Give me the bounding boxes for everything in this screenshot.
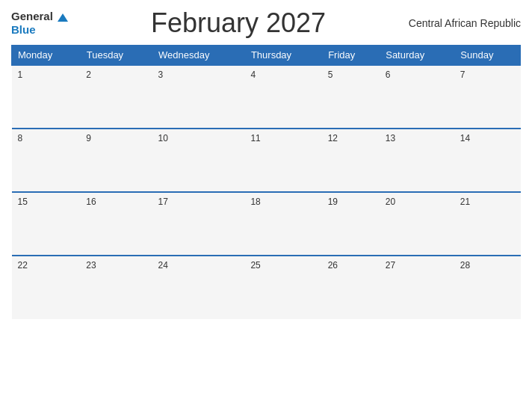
- col-friday: Friday: [322, 46, 380, 66]
- calendar-cell: 10: [152, 129, 245, 192]
- day-number: 24: [158, 260, 168, 271]
- day-number: 4: [250, 69, 256, 80]
- day-number: 1: [18, 69, 23, 80]
- day-number: 27: [386, 260, 395, 271]
- calendar-cell: 25: [244, 256, 321, 319]
- day-number: 14: [460, 133, 470, 143]
- calendar-table: Monday Tuesday Wednesday Thursday Friday…: [11, 45, 521, 319]
- calendar-week-row: 891011121314: [12, 129, 521, 192]
- day-number: 22: [18, 260, 28, 271]
- col-tuesday: Tuesday: [80, 46, 152, 66]
- day-number: 18: [250, 197, 260, 207]
- day-number: 2: [86, 69, 91, 80]
- calendar-cell: 24: [152, 256, 245, 319]
- calendar-cell: 3: [152, 65, 245, 129]
- calendar-cell: 16: [80, 192, 152, 256]
- calendar-cell: 17: [152, 192, 245, 256]
- calendar-body: 1234567891011121314151617181920212223242…: [12, 65, 521, 319]
- days-header-row: Monday Tuesday Wednesday Thursday Friday…: [12, 46, 521, 66]
- calendar-cell: 14: [454, 129, 521, 192]
- day-number: 12: [328, 133, 338, 143]
- country-name: Central African Republic: [409, 17, 521, 29]
- calendar-cell: 26: [322, 256, 380, 319]
- col-wednesday: Wednesday: [152, 46, 245, 66]
- col-thursday: Thursday: [244, 46, 321, 66]
- day-number: 19: [328, 197, 338, 207]
- day-number: 16: [86, 197, 96, 207]
- calendar-week-row: 15161718192021: [12, 192, 521, 256]
- calendar-header: Monday Tuesday Wednesday Thursday Friday…: [12, 46, 521, 66]
- calendar-cell: 12: [322, 129, 380, 192]
- day-number: 15: [18, 197, 28, 207]
- calendar-cell: 19: [322, 192, 380, 256]
- calendar-cell: 21: [454, 192, 521, 256]
- logo-bottom: Blue: [11, 23, 68, 37]
- col-monday: Monday: [12, 46, 81, 66]
- calendar-cell: 23: [80, 256, 152, 319]
- day-number: 7: [460, 69, 466, 80]
- calendar-cell: 8: [12, 129, 81, 192]
- calendar-cell: 5: [322, 65, 380, 129]
- day-number: 6: [386, 69, 391, 80]
- calendar-week-row: 22232425262728: [12, 256, 521, 319]
- logo-top: General: [11, 10, 68, 23]
- col-saturday: Saturday: [380, 46, 454, 66]
- day-number: 26: [328, 260, 338, 271]
- day-number: 20: [386, 197, 395, 207]
- day-number: 10: [158, 133, 168, 143]
- day-number: 28: [460, 260, 470, 271]
- day-number: 11: [250, 133, 260, 143]
- calendar-cell: 15: [12, 192, 81, 256]
- calendar-cell: 7: [454, 65, 521, 129]
- calendar-cell: 4: [244, 65, 321, 129]
- calendar-cell: 6: [380, 65, 454, 129]
- day-number: 5: [328, 69, 333, 80]
- calendar-cell: 11: [244, 129, 321, 192]
- day-number: 13: [386, 133, 395, 143]
- header: General Blue February 2027 Central Afric…: [11, 7, 521, 39]
- day-number: 17: [158, 197, 168, 207]
- logo-general-text: General: [11, 10, 53, 22]
- day-number: 23: [86, 260, 96, 271]
- calendar-cell: 18: [244, 192, 321, 256]
- logo-triangle-icon: [58, 13, 68, 22]
- day-number: 3: [158, 69, 164, 80]
- calendar-cell: 13: [380, 129, 454, 192]
- calendar-cell: 2: [80, 65, 152, 129]
- calendar-cell: 27: [380, 256, 454, 319]
- logo-blue-text: Blue: [11, 23, 36, 36]
- logo: General Blue: [11, 10, 68, 36]
- calendar-cell: 9: [80, 129, 152, 192]
- calendar-cell: 22: [12, 256, 81, 319]
- calendar-cell: 28: [454, 256, 521, 319]
- day-number: 9: [86, 133, 91, 143]
- calendar-title: February 2027: [68, 7, 408, 39]
- day-number: 25: [250, 260, 260, 271]
- calendar-cell: 20: [380, 192, 454, 256]
- calendar-wrapper: General Blue February 2027 Central Afric…: [0, 0, 532, 411]
- day-number: 8: [18, 133, 23, 143]
- calendar-cell: 1: [12, 65, 81, 129]
- col-sunday: Sunday: [454, 46, 521, 66]
- day-number: 21: [460, 197, 470, 207]
- calendar-week-row: 1234567: [12, 65, 521, 129]
